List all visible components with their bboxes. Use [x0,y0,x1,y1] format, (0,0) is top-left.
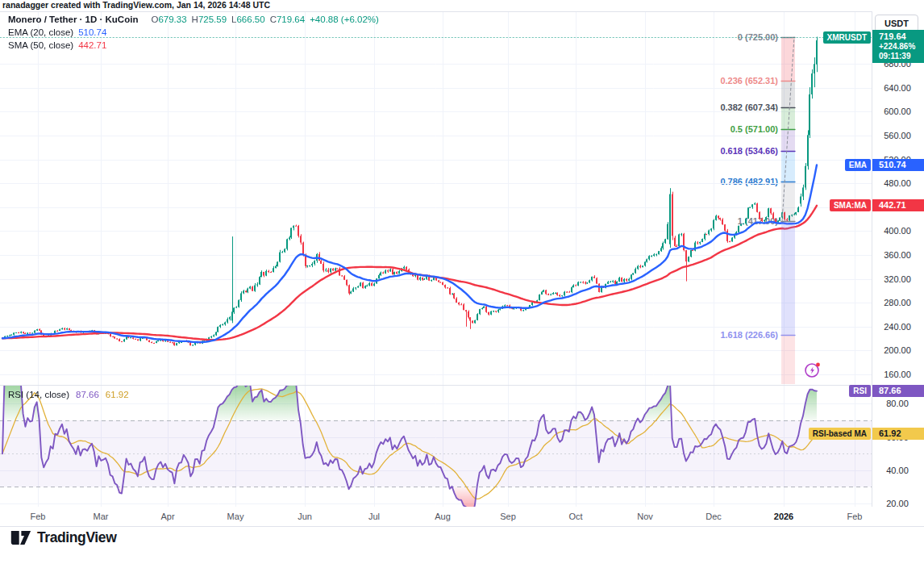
price-tick-label: 360.00 [872,249,922,261]
ema-legend-row[interactable]: EMA (20, close)510.74 [8,26,379,39]
price-tick-label: 160.00 [872,369,922,380]
time-tick-label: Jun [298,512,312,521]
sma-value: 442.71 [78,40,106,50]
symbol-legend-row[interactable]: Monero / Tether · 1D · KuCoinO679.33H725… [8,13,379,26]
separator-bottom [0,526,924,527]
pane-separator[interactable] [0,385,924,386]
tradingview-logo-mark [10,529,31,546]
tradingview-logo-text: TradingView [37,529,116,546]
notification-dot [816,363,820,367]
main-legend: Monero / Tether · 1D · KuCoinO679.33H725… [8,13,379,52]
time-tick-label: Aug [435,512,451,521]
sma-legend-row[interactable]: SMA (50, close)442.71 [8,39,379,52]
rsi-ma-value-tag: 61.92 [872,428,924,440]
sma-label: SMA (50, close) [8,40,73,50]
rsi-tick-label: 20.00 [872,498,922,509]
ema-name-tag: EMA [845,159,871,171]
time-tick-label: Oct [568,512,582,521]
price-tick-label: 320.00 [872,274,922,285]
ohlc-number: 719.64 [277,15,305,24]
rsi-ma-name-tag: RSI-based MA [809,428,871,440]
tradingview-logo[interactable]: TradingView [10,529,116,546]
time-axis[interactable]: FebMarAprMayJunJulAugSepOctNovDec2026Feb [0,507,872,526]
time-tick-label: May [227,512,244,521]
ema-value: 510.74 [78,27,106,37]
rsi-ma-value: 61.92 [106,390,129,399]
time-tick-label: Feb [847,512,863,521]
ohlc-number: 679.33 [158,15,186,24]
price-tick-label: 640.00 [872,82,922,94]
rsi-value-tag: 87.66 [872,385,924,397]
last-price-value: 719.64 [879,31,924,42]
price-tick-label: 200.00 [872,345,922,356]
rsi-label: RSI (14, close) [8,390,69,399]
ema-label: EMA (20, close) [8,27,73,37]
magic-ai-button[interactable] [804,361,822,378]
time-tick-label: Sep [500,512,516,521]
ema-price-tag: 510.74 [872,159,924,171]
rsi-legend-row[interactable]: RSI (14, close)87.6661.92 [8,388,129,401]
tradingview-chart-screenshot: ranadagger created with TradingView.com,… [0,0,924,564]
price-tick-label: 280.00 [872,297,922,308]
time-tick-label: Apr [160,512,174,521]
symbol-name-tag: XMRUSDT [823,31,871,44]
chart-plot-area[interactable] [0,11,872,507]
price-tick-label: 560.00 [872,130,922,141]
time-tick-label: Jul [368,512,380,521]
ohlc-values: O679.33H725.59L666.50C719.64 [146,15,305,24]
ohlc-number: 725.59 [198,15,227,24]
time-tick-label: Mar [94,512,109,521]
attribution-bar: ranadagger created with TradingView.com,… [0,0,924,11]
rsi-name-tag: RSI [849,385,871,397]
time-tick-label: Nov [637,512,653,521]
rsi-value: 87.66 [76,390,99,399]
separator-top [0,11,924,12]
sma-price-tag: 442.71 [872,199,924,211]
symbol-title: Monero / Tether · 1D · KuCoin [8,15,138,24]
price-tick-label: 400.00 [872,225,922,236]
sma-name-tag: SMA:MA [830,199,871,211]
time-tick-label: 2026 [774,512,793,521]
ohlc-letter: H [192,15,198,24]
price-tick-label: 480.00 [872,178,922,189]
lightning-bolt-icon [810,367,814,374]
price-tick-label: 240.00 [872,321,922,332]
ohlc-letter: C [270,15,277,24]
bar-countdown: 09:11:39 [879,52,924,61]
time-tick-label: Dec [705,512,722,521]
attribution-text: ranadagger created with TradingView.com,… [2,0,270,10]
last-price-tag: 719.64 +224.86% 09:11:39 [872,30,924,63]
price-tick-label: 600.00 [872,106,922,117]
rsi-tick-label: 40.00 [872,465,922,476]
rsi-tick-label: 80.00 [872,398,922,409]
change-value: +40.88 (+6.02%) [310,15,379,24]
price-scale[interactable]: USDT 680.00640.00600.00560.00520.00480.0… [872,11,924,526]
change-percent-value: +224.86% [879,42,924,52]
ohlc-number: 666.50 [236,15,264,24]
time-tick-label: Feb [31,512,46,521]
